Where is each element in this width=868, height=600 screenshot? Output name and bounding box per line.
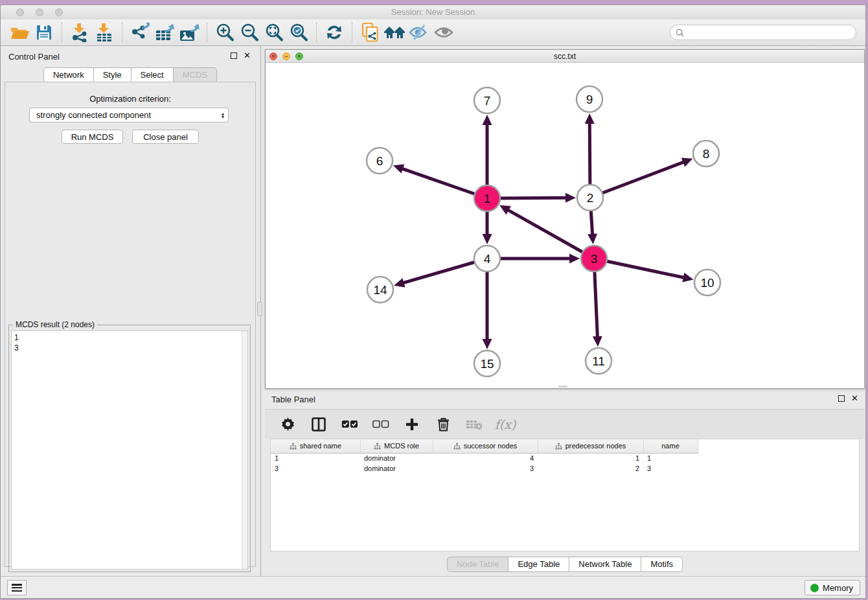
- cell-predecessor-nodes[interactable]: 1: [538, 453, 643, 463]
- cell-shared-name[interactable]: 1: [271, 453, 360, 463]
- export-table-icon[interactable]: [152, 22, 177, 43]
- mcds-result-group: MCDS result (2 nodes) 1 3: [8, 325, 251, 572]
- svg-text:4: 4: [484, 252, 491, 266]
- cell-successor-nodes[interactable]: 4: [433, 453, 538, 463]
- edge-3-1[interactable]: [499, 205, 594, 259]
- node-10[interactable]: 10: [694, 270, 720, 295]
- save-icon[interactable]: [32, 22, 56, 43]
- export-network-icon[interactable]: [128, 22, 152, 43]
- memory-button[interactable]: Memory: [805, 580, 860, 595]
- node-4[interactable]: 4: [474, 246, 500, 271]
- first-neighbors-icon[interactable]: [382, 22, 407, 43]
- cell-MCDS-role[interactable]: dominator: [360, 453, 433, 463]
- control-panel: Control Panel ✕ NetworkStyleSelectMCDS O…: [1, 46, 260, 576]
- node-9[interactable]: 9: [577, 86, 602, 112]
- flow-icon: [555, 443, 562, 450]
- clone-network-icon[interactable]: [358, 22, 382, 43]
- mcds-result-list[interactable]: 1 3: [11, 330, 248, 570]
- cell-name[interactable]: 3: [643, 463, 698, 474]
- criterion-dropdown[interactable]: strongly connected component ▴▾: [29, 108, 229, 122]
- open-folder-icon[interactable]: [7, 22, 32, 43]
- export-image-icon[interactable]: [177, 22, 201, 43]
- network-window-titlebar[interactable]: ✕ − + scc.txt: [266, 50, 864, 63]
- svg-text:10: 10: [700, 276, 714, 290]
- zoom-selected-icon[interactable]: [286, 22, 311, 43]
- edge-3-10[interactable]: [594, 259, 693, 282]
- control-panel-tabs: NetworkStyleSelectMCDS: [1, 67, 260, 83]
- canvas-resize-handle[interactable]: [558, 386, 567, 387]
- run-mcds-button[interactable]: Run MCDS: [62, 130, 123, 144]
- search-box[interactable]: [670, 25, 856, 40]
- apply-function-icon[interactable]: f(x): [497, 416, 514, 433]
- cell-shared-name[interactable]: 3: [271, 463, 360, 474]
- main-toolbar: [1, 19, 865, 46]
- node-11[interactable]: 11: [586, 348, 611, 374]
- float-table-panel-icon[interactable]: [838, 395, 845, 402]
- close-panel-button[interactable]: Close panel: [132, 130, 199, 144]
- float-panel-icon[interactable]: [231, 52, 237, 59]
- toolbar-separator: [352, 23, 352, 42]
- column-header-predecessor-nodes[interactable]: predecessor nodes: [538, 439, 643, 453]
- hide-selected-icon[interactable]: [407, 22, 431, 43]
- edge-1-6[interactable]: [393, 164, 487, 198]
- control-panel-title: Control Panel: [8, 52, 60, 62]
- network-canvas[interactable]: 7968124314101511: [266, 63, 864, 388]
- splitter-grip[interactable]: [257, 302, 262, 316]
- edge-4-3[interactable]: [487, 254, 580, 264]
- table-row[interactable]: 1dominator411: [271, 453, 698, 463]
- cell-name[interactable]: 1: [643, 453, 698, 463]
- refresh-layout-icon[interactable]: [322, 22, 347, 43]
- cell-predecessor-nodes[interactable]: 2: [538, 463, 643, 474]
- node-7[interactable]: 7: [474, 87, 500, 113]
- svg-text:2: 2: [587, 191, 594, 205]
- tab-mcds[interactable]: MCDS: [174, 67, 217, 83]
- deselect-all-rows-icon[interactable]: [372, 416, 389, 433]
- node-2[interactable]: 2: [577, 185, 603, 211]
- tab-style[interactable]: Style: [94, 67, 131, 83]
- delete-table-icon[interactable]: [466, 416, 483, 433]
- tab-edge-table[interactable]: Edge Table: [508, 557, 569, 572]
- column-header-MCDS-role[interactable]: MCDS role: [360, 439, 433, 453]
- node-14[interactable]: 14: [367, 277, 393, 303]
- panel-splitter[interactable]: [260, 46, 261, 576]
- cell-successor-nodes[interactable]: 3: [433, 463, 538, 474]
- zoom-in-icon[interactable]: [212, 22, 237, 43]
- zoom-out-icon[interactable]: [237, 22, 262, 43]
- edge-4-14[interactable]: [394, 259, 487, 288]
- edge-2-8[interactable]: [590, 157, 692, 198]
- node-table[interactable]: shared nameMCDS rolesuccessor nodesprede…: [270, 439, 860, 551]
- node-8[interactable]: 8: [693, 141, 719, 167]
- delete-column-icon[interactable]: [435, 416, 451, 433]
- column-header-successor-nodes[interactable]: successor nodes: [433, 439, 538, 453]
- select-all-rows-icon[interactable]: [341, 416, 358, 433]
- table-panel-tabs: Node TableEdge TableNetwork TableMotifs: [265, 557, 865, 572]
- column-header-name[interactable]: name: [643, 439, 698, 453]
- tab-node-table[interactable]: Node Table: [447, 557, 509, 572]
- settings-gear-icon[interactable]: [279, 416, 296, 433]
- close-panel-icon[interactable]: ✕: [244, 52, 251, 59]
- tab-network[interactable]: Network: [43, 67, 94, 83]
- search-input[interactable]: [687, 28, 856, 37]
- add-column-icon[interactable]: [404, 416, 420, 433]
- column-header-shared-name[interactable]: shared name: [271, 439, 360, 453]
- result-scrollbar[interactable]: [242, 331, 247, 569]
- node-3[interactable]: 3: [581, 246, 607, 271]
- tab-select[interactable]: Select: [131, 67, 174, 83]
- zoom-fit-icon[interactable]: [262, 22, 286, 43]
- node-6[interactable]: 6: [367, 148, 393, 174]
- node-15[interactable]: 15: [474, 351, 500, 376]
- task-history-button[interactable]: [7, 580, 27, 595]
- svg-text:6: 6: [376, 154, 383, 168]
- flow-icon: [374, 443, 381, 450]
- node-1[interactable]: 1: [474, 185, 500, 211]
- network-window-title: scc.txt: [266, 52, 864, 61]
- close-table-panel-icon[interactable]: ✕: [851, 395, 858, 402]
- tab-motifs[interactable]: Motifs: [641, 557, 683, 572]
- column-chooser-icon[interactable]: [310, 416, 327, 433]
- show-all-icon[interactable]: [431, 22, 456, 43]
- cell-MCDS-role[interactable]: dominator: [360, 463, 433, 474]
- import-network-icon[interactable]: [67, 22, 92, 43]
- tab-network-table[interactable]: Network Table: [569, 557, 641, 572]
- table-row[interactable]: 3dominator323: [271, 463, 698, 474]
- import-table-icon[interactable]: [92, 22, 117, 43]
